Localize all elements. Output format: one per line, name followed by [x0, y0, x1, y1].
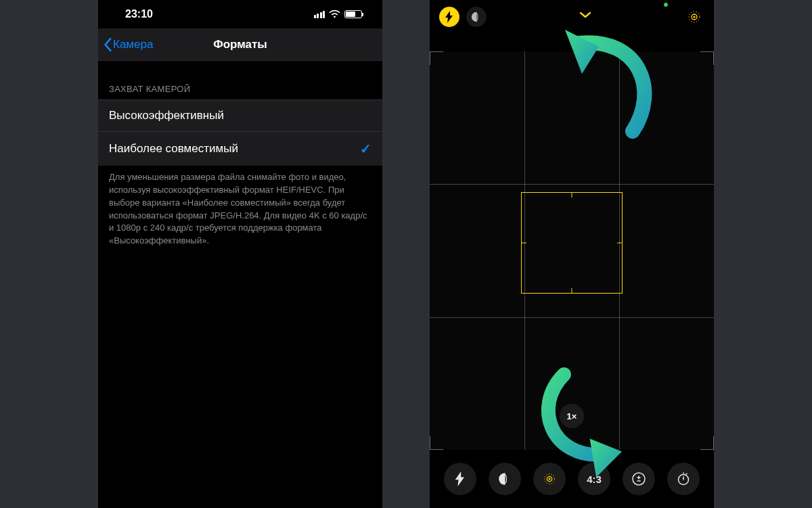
flash-button[interactable] [439, 7, 459, 27]
live-photo-icon [685, 8, 703, 26]
section-footer: Для уменьшения размера файла снимайте фо… [98, 166, 382, 253]
back-label: Камера [113, 38, 153, 51]
option-high-efficiency[interactable]: Высокоэффективный [98, 99, 382, 131]
camera-screen: 1× 4:3 [430, 0, 714, 508]
focus-indicator [521, 192, 623, 294]
camera-top-bar [430, 0, 714, 51]
option-label: Наиболее совместимый [109, 142, 238, 156]
svg-point-5 [549, 478, 551, 480]
night-mode-button[interactable] [466, 7, 487, 27]
timer-icon [676, 471, 691, 486]
flash-icon [455, 471, 466, 486]
chevron-left-icon [104, 37, 113, 52]
battery-icon [344, 10, 362, 18]
expand-controls-button[interactable] [575, 7, 595, 23]
exposure-button[interactable] [623, 463, 655, 495]
live-photo-tool-button[interactable] [533, 463, 566, 495]
wifi-icon [329, 10, 340, 18]
navigation-bar: Камера Форматы [98, 28, 382, 61]
chevron-down-icon [579, 11, 592, 19]
settings-screen: 23:10 Камера Форматы ЗАХВАТ КАМЕРОЙ Высо… [98, 0, 382, 508]
cellular-signal-icon [314, 11, 325, 18]
live-photo-button[interactable] [684, 7, 704, 27]
exposure-icon [631, 471, 646, 486]
zoom-level-button[interactable]: 1× [560, 404, 584, 428]
status-time: 23:10 [125, 8, 153, 20]
camera-toolbar: 4:3 [430, 450, 714, 508]
timer-button[interactable] [667, 463, 700, 495]
option-most-compatible[interactable]: Наиболее совместимый ✓ [98, 131, 382, 166]
flash-icon [445, 11, 454, 23]
camera-viewfinder[interactable]: 1× [430, 51, 714, 450]
aspect-ratio-button[interactable]: 4:3 [578, 463, 610, 495]
back-button[interactable]: Камера [98, 37, 153, 52]
flash-tool-button[interactable] [444, 463, 476, 495]
checkmark-icon: ✓ [360, 141, 371, 157]
status-indicators [314, 10, 363, 18]
night-mode-icon [470, 11, 482, 23]
section-header: ЗАХВАТ КАМЕРОЙ [98, 61, 382, 99]
option-label: Высокоэффективный [109, 109, 224, 122]
night-tool-button[interactable] [489, 463, 521, 495]
zoom-label: 1× [567, 411, 577, 421]
aspect-label: 4:3 [587, 474, 602, 485]
live-photo-icon [541, 471, 558, 487]
status-bar: 23:10 [98, 0, 382, 28]
night-mode-icon [497, 471, 512, 486]
svg-point-2 [693, 16, 695, 18]
